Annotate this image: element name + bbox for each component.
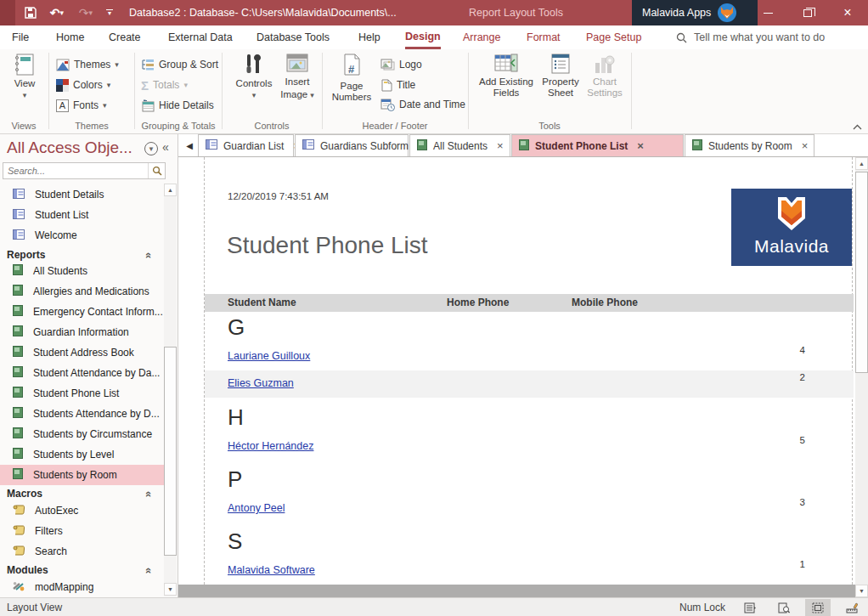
tab-file[interactable]: File: [12, 25, 29, 49]
date-time-button[interactable]: Date and Time: [380, 96, 465, 113]
document-scrollbar[interactable]: ▲ ▼: [855, 157, 868, 597]
nav-item-welcome[interactable]: Welcome: [0, 225, 164, 246]
fonts-button[interactable]: A Fonts ▾: [56, 97, 107, 114]
nav-item-report[interactable]: All Students: [0, 261, 164, 281]
doc-tab-students-by-room[interactable]: Students by Room ×: [685, 134, 814, 156]
design-view-button[interactable]: [839, 599, 865, 616]
undo-button[interactable]: ↶ ▾: [44, 0, 70, 25]
scroll-up-button[interactable]: ▲: [855, 157, 868, 170]
nav-menu-button[interactable]: ▼: [144, 142, 158, 155]
nav-item-modmapping[interactable]: modMapping: [0, 577, 164, 597]
nav-item-report[interactable]: Students Attendance by D...: [0, 404, 164, 424]
nav-item-report[interactable]: Allergies and Medications: [0, 281, 164, 302]
nav-item-report[interactable]: Students by Level: [0, 444, 164, 465]
doc-tab-guardians-subform[interactable]: Guardians Subform ×: [295, 134, 409, 156]
tab-scroll-left-button[interactable]: ◀: [181, 134, 198, 156]
group-label-themes: Themes: [51, 121, 132, 133]
student-link[interactable]: Elies Guzman: [228, 377, 294, 389]
save-button[interactable]: [20, 0, 41, 25]
search-button[interactable]: [148, 163, 165, 178]
collapse-section-icon: «: [143, 491, 155, 497]
scroll-up-button[interactable]: ▲: [164, 184, 177, 196]
arrow-up-icon: ▲: [859, 161, 865, 167]
doc-tab-all-students[interactable]: All Students ×: [409, 134, 510, 156]
student-link[interactable]: Antony Peel: [228, 502, 285, 514]
student-link[interactable]: Héctor Hernández: [228, 440, 313, 452]
search-input[interactable]: [3, 166, 148, 176]
customize-qat-button[interactable]: ▾: [100, 0, 119, 25]
close-icon[interactable]: ×: [497, 139, 504, 152]
doc-tab-guardian-list[interactable]: Guardian List ×: [198, 134, 294, 156]
doc-tab-student-phone-list-active[interactable]: Student Phone List ×: [511, 134, 684, 156]
tab-external-data[interactable]: External Data: [168, 25, 233, 49]
tab-format[interactable]: Format: [527, 25, 561, 49]
title-label: Title: [397, 79, 415, 91]
nav-item-report[interactable]: Emergency Contact Inform...: [0, 302, 164, 322]
layout-view-button[interactable]: [805, 599, 831, 616]
chart-settings-button[interactable]: Chart Settings: [584, 53, 625, 99]
minimize-button[interactable]: [748, 0, 787, 25]
close-icon[interactable]: ×: [802, 139, 809, 152]
nav-item-report[interactable]: Students by Circumstance: [0, 424, 164, 444]
nav-scrollbar[interactable]: ▲ ▼: [164, 184, 177, 596]
totals-button[interactable]: Σ Totals ▾: [141, 76, 188, 93]
tab-design[interactable]: Design: [405, 25, 441, 49]
tab-help[interactable]: Help: [358, 25, 380, 49]
scrollbar-thumb[interactable]: [164, 347, 177, 556]
report-icon: [13, 346, 23, 359]
tell-me-search[interactable]: Tell me what you want to do: [676, 25, 825, 49]
close-button[interactable]: ×: [828, 0, 867, 25]
account-button[interactable]: Malavida Apps: [632, 0, 758, 25]
group-letter: P: [228, 466, 242, 493]
group-label-header-footer: Header / Footer: [324, 121, 466, 133]
tab-create[interactable]: Create: [109, 25, 141, 49]
nav-section-modules[interactable]: Modules «: [0, 562, 164, 579]
nav-item-report[interactable]: Student Address Book: [0, 342, 164, 363]
report-view-button[interactable]: [737, 599, 763, 616]
tab-database-tools[interactable]: Database Tools: [256, 25, 330, 49]
student-link[interactable]: Lauriane Guilloux: [228, 350, 310, 362]
nav-item-filters[interactable]: Filters: [0, 521, 164, 541]
scroll-down-button[interactable]: ▼: [855, 585, 868, 597]
nav-section-macros[interactable]: Macros «: [0, 485, 164, 502]
hide-details-button[interactable]: Hide Details: [141, 97, 214, 114]
form-icon: [13, 209, 25, 222]
restore-button[interactable]: [788, 0, 827, 25]
view-icon: [14, 53, 36, 76]
nav-item-student-details[interactable]: Student Details: [0, 184, 164, 205]
title-button[interactable]: Title: [380, 76, 415, 93]
view-status-label: Layout View: [7, 598, 62, 616]
group-sort-button[interactable]: Group & Sort: [141, 56, 218, 73]
nav-item-label: Filters: [35, 525, 63, 537]
close-icon[interactable]: ×: [637, 139, 644, 152]
property-sheet-button[interactable]: Property Sheet: [538, 53, 583, 99]
nav-item-search-macro[interactable]: Search: [0, 541, 164, 562]
page-numbers-button[interactable]: # Page Numbers: [331, 53, 372, 103]
chevron-down-icon: ▾: [23, 91, 27, 99]
nav-item-autoexec[interactable]: AutoExec: [0, 500, 164, 521]
shutter-bar-close-button[interactable]: «: [162, 140, 169, 154]
nav-item-report[interactable]: Guardian Information: [0, 322, 164, 342]
insert-image-label-1: Insert: [285, 76, 310, 88]
tab-home[interactable]: Home: [56, 25, 84, 49]
student-link[interactable]: Malavida Software: [228, 564, 315, 576]
themes-button[interactable]: Themes ▾: [56, 56, 119, 73]
controls-button[interactable]: Controls ▾: [233, 53, 275, 99]
collapse-ribbon-button[interactable]: [849, 121, 865, 133]
tab-page-setup[interactable]: Page Setup: [586, 25, 641, 49]
nav-item-student-list[interactable]: Student List: [0, 205, 164, 225]
scroll-down-button[interactable]: ▼: [164, 583, 177, 596]
nav-item-report[interactable]: Student Attendance by Da...: [0, 363, 164, 383]
tab-arrange[interactable]: Arrange: [463, 25, 500, 49]
nav-item-students-by-room-selected[interactable]: Students by Room: [0, 465, 164, 485]
scrollbar-thumb[interactable]: [855, 172, 868, 373]
colors-button[interactable]: Colors ▾: [56, 76, 110, 93]
insert-image-button[interactable]: Insert Image ▾: [277, 53, 318, 100]
add-existing-fields-button[interactable]: Add Existing Fields: [476, 53, 537, 99]
view-button[interactable]: View ▾: [7, 53, 42, 99]
print-preview-button[interactable]: [771, 599, 797, 616]
chart-settings-icon: [594, 53, 616, 75]
logo-button[interactable]: Logo: [380, 56, 422, 73]
nav-item-report[interactable]: Student Phone List: [0, 383, 164, 404]
redo-button[interactable]: ↷ ▾: [73, 0, 99, 25]
